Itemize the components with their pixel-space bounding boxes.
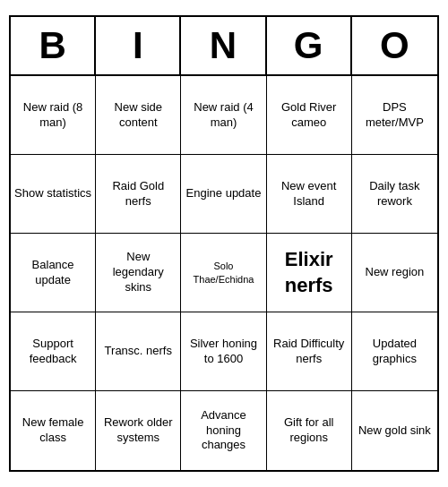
bingo-cell-20: New female class — [11, 391, 96, 470]
bingo-cell-17: Silver honing to 1600 — [181, 312, 266, 391]
bingo-cell-14: New region — [352, 234, 437, 312]
bingo-cell-7: Engine update — [181, 155, 266, 234]
bingo-letter-n: N — [181, 17, 266, 74]
bingo-cell-16: Transc. nerfs — [96, 312, 181, 391]
bingo-cell-9: Daily task rework — [352, 155, 437, 234]
bingo-cell-21: Rework older systems — [96, 391, 181, 470]
bingo-cell-13: Elixir nerfs — [267, 234, 352, 312]
bingo-cell-3: Gold River cameo — [267, 76, 352, 155]
bingo-cell-11: New legendary skins — [96, 234, 181, 312]
bingo-cell-19: Updated graphics — [352, 312, 437, 391]
bingo-card: BINGO New raid (8 man)New side contentNe… — [9, 15, 439, 472]
bingo-header: BINGO — [11, 17, 437, 76]
bingo-letter-b: B — [11, 17, 96, 74]
bingo-grid: New raid (8 man)New side contentNew raid… — [11, 76, 437, 470]
bingo-cell-23: Gift for all regions — [267, 391, 352, 470]
bingo-cell-5: Show statistics — [11, 155, 96, 234]
bingo-cell-22: Advance honing changes — [181, 391, 266, 470]
bingo-cell-8: New event Island — [267, 155, 352, 234]
bingo-cell-10: Balance update — [11, 234, 96, 312]
bingo-cell-24: New gold sink — [352, 391, 437, 470]
bingo-cell-15: Support feedback — [11, 312, 96, 391]
bingo-cell-6: Raid Gold nerfs — [96, 155, 181, 234]
bingo-letter-i: I — [96, 17, 181, 74]
bingo-cell-2: New raid (4 man) — [181, 76, 266, 155]
bingo-letter-g: G — [267, 17, 352, 74]
bingo-cell-1: New side content — [96, 76, 181, 155]
bingo-letter-o: O — [352, 17, 437, 74]
bingo-cell-12: Solo Thae/Echidna — [181, 234, 266, 312]
bingo-cell-0: New raid (8 man) — [11, 76, 96, 155]
bingo-cell-18: Raid Difficulty nerfs — [267, 312, 352, 391]
bingo-cell-4: DPS meter/MVP — [352, 76, 437, 155]
